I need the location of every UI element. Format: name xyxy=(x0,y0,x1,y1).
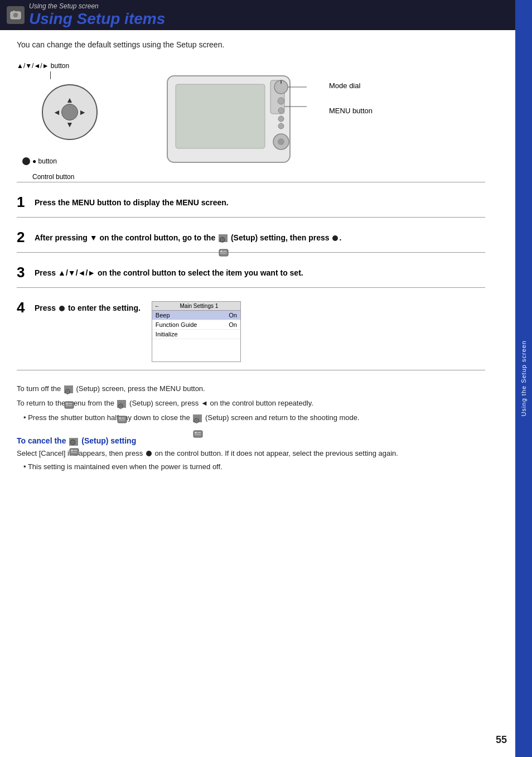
step-1-text: Press the MENU button to display the MEN… xyxy=(35,195,229,209)
setup-icon-note1 xyxy=(64,385,73,393)
sidebar: Using the Setup screen xyxy=(515,0,532,757)
svg-rect-2 xyxy=(13,11,15,12)
control-button-label: Control button xyxy=(32,173,74,181)
svg-rect-32 xyxy=(70,449,79,455)
header-subtitle: Using the Setup screen xyxy=(29,2,165,10)
divider-1 xyxy=(17,182,485,182)
svg-point-8 xyxy=(278,98,284,104)
note-3: • Press the shutter button halfway down … xyxy=(17,412,485,424)
step-2-number: 2 xyxy=(17,230,29,244)
dpad-label: ▲/▼/◄/► button xyxy=(17,62,69,70)
setup-icon-step2 xyxy=(219,234,228,242)
section-icon xyxy=(7,6,25,24)
divider-4 xyxy=(17,287,485,288)
bullet-step4 xyxy=(59,306,65,311)
header-bar: Using the Setup screen Using Setup items xyxy=(0,0,532,30)
svg-point-11 xyxy=(278,123,284,129)
svg-point-10 xyxy=(278,116,284,122)
page-number: 55 xyxy=(496,734,507,746)
setup-icon-cancel xyxy=(69,438,78,446)
setup-icon-note2 xyxy=(117,400,126,408)
bullet-button-area: ● button xyxy=(22,157,57,165)
step-3: 3 Press ▲/▼/◄/► on the control button to… xyxy=(17,258,485,282)
svg-rect-29 xyxy=(195,432,197,433)
svg-rect-4 xyxy=(176,84,265,148)
main-content: You can change the default settings usin… xyxy=(0,30,502,485)
bullet-cancel xyxy=(146,451,152,456)
step-2: 2 After pressing ▼ on the control button… xyxy=(17,223,485,247)
note-1: To turn off the (Setup) screen, press th… xyxy=(17,383,485,395)
svg-point-1 xyxy=(13,13,18,17)
step-4-number: 4 xyxy=(17,300,29,315)
divider-2 xyxy=(17,217,485,218)
svg-rect-16 xyxy=(219,249,228,256)
svg-rect-20 xyxy=(65,402,74,408)
svg-rect-21 xyxy=(66,403,68,404)
menu-button-label: MENU button xyxy=(329,107,373,115)
step-4-area: Press to enter the setting. ← Main Setti… xyxy=(35,300,241,362)
divider-3 xyxy=(17,252,485,253)
diagram-area: ▲/▼/◄/► button ▲ ▼ ◄ ► ● button Control … xyxy=(17,59,485,171)
step-1: 1 Press the MENU button to display the M… xyxy=(17,188,485,211)
bullet-button-label: ● button xyxy=(32,157,57,165)
svg-rect-17 xyxy=(220,250,223,252)
step-4-text: Press to enter the setting. xyxy=(35,300,141,314)
cancel-main-text: Select [Cancel] if it appears, then pres… xyxy=(17,448,485,460)
mini-screen-row-beep: Beep On xyxy=(152,311,240,320)
mini-screen: ← Main Settings 1 Beep On Function Guide… xyxy=(152,301,241,362)
camera-labels: Mode dial MENU button xyxy=(329,59,373,115)
cancel-text: Select [Cancel] if it appears, then pres… xyxy=(17,448,485,474)
intro-text: You can change the default settings usin… xyxy=(17,40,485,49)
control-panel-diagram: ▲/▼/◄/► button ▲ ▼ ◄ ► ● button Control … xyxy=(17,59,128,171)
mini-screen-row-function-guide: Function Guide On xyxy=(152,320,240,330)
mini-screen-row-initialize: Initialize xyxy=(152,330,240,339)
svg-rect-28 xyxy=(194,431,202,437)
camera-body-diagram xyxy=(134,59,323,171)
svg-rect-33 xyxy=(71,450,73,451)
mode-dial-label: Mode dial xyxy=(329,81,373,90)
cancel-heading: To cancel the (Setup) setting xyxy=(17,436,485,445)
header-title: Using Setup items xyxy=(29,10,165,28)
svg-rect-24 xyxy=(118,416,127,423)
bullet-step2 xyxy=(332,235,338,241)
notes-section: To turn off the (Setup) screen, press th… xyxy=(17,376,485,431)
mini-screen-header: ← Main Settings 1 xyxy=(152,302,240,311)
dpad-control: ▲ ▼ ◄ ► xyxy=(33,76,106,148)
svg-point-9 xyxy=(278,108,284,113)
cancel-note: • This setting is maintained even when t… xyxy=(17,461,485,473)
step-4: 4 Press to enter the setting. ← Main Set… xyxy=(17,293,485,364)
divider-notes xyxy=(17,370,485,370)
step-3-number: 3 xyxy=(17,265,29,279)
note-2: To return to the menu from the (Setup) s… xyxy=(17,397,485,409)
svg-rect-25 xyxy=(119,417,121,419)
setup-icon-note3 xyxy=(193,414,202,422)
step-2-text: After pressing ▼ on the control button, … xyxy=(35,230,341,244)
svg-point-13 xyxy=(278,138,284,145)
camera-svg xyxy=(134,59,312,171)
step-3-text: Press ▲/▼/◄/► on the control button to s… xyxy=(35,265,303,279)
sidebar-text: Using the Setup screen xyxy=(520,340,527,416)
step-1-number: 1 xyxy=(17,195,29,209)
